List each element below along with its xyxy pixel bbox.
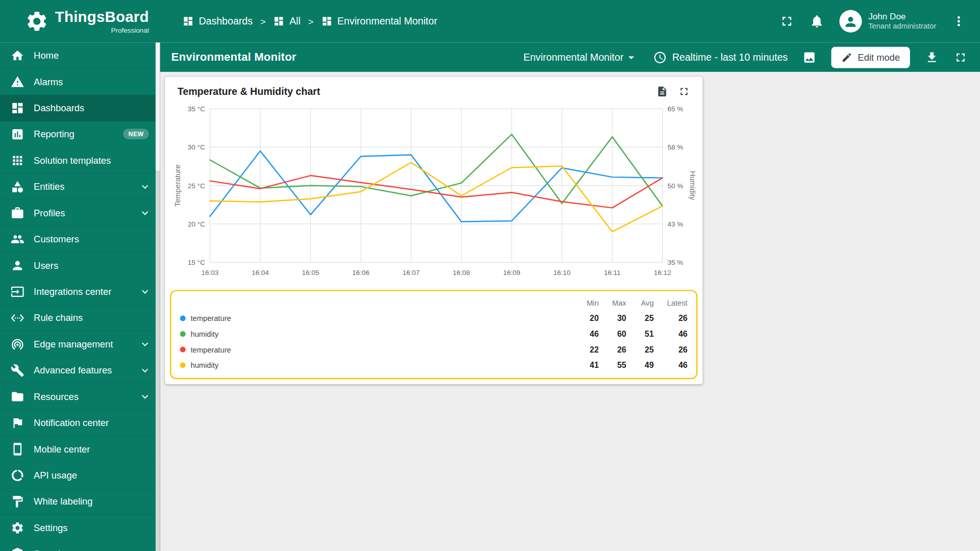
notification-icon [11, 416, 24, 430]
legend-row-humidity[interactable]: humidity41554946 [180, 357, 688, 373]
users-icon [11, 258, 24, 272]
rule-chains-icon [11, 311, 24, 324]
alarm-icon [11, 74, 24, 88]
sidebar-item-settings[interactable]: Settings [0, 515, 160, 541]
sidebar-item-entities[interactable]: Entities [0, 173, 160, 199]
dashboard-fullscreen-icon[interactable] [954, 51, 968, 64]
series-name: humidity [190, 361, 218, 369]
sidebar-item-label: Resources [34, 391, 129, 402]
sidebar-item-label: Reporting [34, 129, 114, 139]
thingsboard-logo-icon [25, 9, 49, 33]
sidebar-item-integrations-center[interactable]: Integrations center [0, 279, 160, 305]
clock-icon [653, 51, 667, 64]
svg-text:16:04: 16:04 [252, 269, 269, 277]
sidebar-item-resources[interactable]: Resources [0, 384, 160, 410]
sidebar-item-solution-templates[interactable]: Solution templates [0, 147, 160, 173]
dashboards-icon [11, 101, 24, 115]
dashboards-icon [321, 16, 332, 27]
sidebar-item-home[interactable]: Home [0, 42, 160, 68]
timewindow-button[interactable]: Realtime - last 10 minutes [653, 51, 788, 64]
app-logo[interactable]: ThingsBoard Professional [0, 9, 160, 34]
sidebar-item-users[interactable]: Users [0, 253, 160, 279]
chart-widget: Temperature & Humidity chart 35 °C65 %30… [165, 77, 702, 384]
sidebar-item-profiles[interactable]: Profiles [0, 200, 160, 226]
sidebar-item-white-labeling[interactable]: White labeling [0, 489, 160, 515]
edit-mode-button[interactable]: Edit mode [831, 46, 910, 68]
breadcrumb-item-dashboards[interactable]: Dashboards [183, 16, 253, 27]
brand-name: ThingsBoard [55, 9, 149, 24]
series-latest: 46 [654, 329, 688, 338]
series-color-dot [180, 331, 186, 337]
user-role: Tenant administrator [868, 22, 936, 31]
topbar: ThingsBoard Professional Dashboards>All>… [0, 0, 980, 42]
series-latest: 46 [654, 361, 688, 370]
widget-export-icon[interactable] [656, 86, 668, 97]
svg-text:16:12: 16:12 [654, 269, 671, 277]
breadcrumb-item-all[interactable]: All [273, 16, 301, 27]
dashboard-toolbar: Environmental Monitor Environmental Moni… [160, 42, 980, 72]
chevron-down-icon [139, 338, 151, 350]
legend-row-temperature[interactable]: temperature20302526 [180, 311, 688, 327]
legend-row-temperature[interactable]: temperature22262526 [180, 342, 688, 358]
widget-title: Temperature & Humidity chart [178, 86, 320, 97]
sidebar-item-advanced-features[interactable]: Advanced features [0, 357, 160, 383]
dashboards-icon [273, 16, 284, 27]
svg-text:25 °C: 25 °C [188, 182, 205, 190]
sidebar-item-label: Customers [34, 234, 154, 244]
kebab-menu-icon[interactable] [951, 14, 966, 29]
legend-column-latest: Latest [654, 298, 688, 307]
legend-column-max: Max [599, 298, 626, 307]
legend-row-humidity[interactable]: humidity46605146 [180, 326, 688, 342]
widget-fullscreen-icon[interactable] [678, 86, 690, 97]
sidebar-item-dashboards[interactable]: Dashboards [0, 95, 160, 121]
fullscreen-icon[interactable] [779, 14, 794, 29]
sidebar-item-notification-center[interactable]: Notification center [0, 410, 160, 436]
series-color-dot [180, 347, 186, 353]
scrollbar-thumb[interactable] [156, 42, 160, 170]
sidebar-item-label: Advanced features [34, 365, 129, 375]
breadcrumb-item-environmental-monitor[interactable]: Environmental Monitor [321, 16, 437, 27]
sidebar-item-label: Dashboards [34, 103, 154, 113]
sidebar-scrollbar[interactable] [156, 42, 160, 551]
svg-text:16:11: 16:11 [604, 269, 621, 277]
customers-icon [11, 232, 24, 246]
dashboard-content: Temperature & Humidity chart 35 °C65 %30… [160, 72, 980, 551]
notifications-bell-icon[interactable] [810, 14, 824, 29]
sidebar-item-rule-chains[interactable]: Rule chains [0, 305, 160, 331]
state-select-label: Environmental Monitor [523, 52, 623, 63]
dashboard-state-select[interactable]: Environmental Monitor [523, 51, 638, 64]
edit-mode-label: Edit mode [858, 52, 900, 63]
sidebar-item-label: White labeling [34, 496, 154, 507]
svg-text:16:09: 16:09 [503, 269, 521, 277]
svg-text:16:05: 16:05 [302, 269, 320, 277]
series-color-dot [180, 315, 186, 321]
sidebar-item-label: Users [34, 260, 154, 270]
series-min: 46 [571, 329, 599, 338]
image-icon[interactable] [803, 51, 817, 64]
user-menu[interactable]: John Doe Tenant administrator [840, 10, 936, 33]
thingsboard-app: ThingsBoard Professional Dashboards>All>… [0, 0, 980, 551]
sidebar-item-edge-management[interactable]: Edge management [0, 331, 160, 357]
download-icon[interactable] [925, 51, 939, 64]
sidebar-item-customers[interactable]: Customers [0, 226, 160, 252]
main-area: Environmental Monitor Environmental Moni… [160, 42, 980, 551]
series-avg: 49 [626, 361, 654, 370]
sidebar-item-alarms[interactable]: Alarms [0, 69, 160, 95]
solution-templates-icon [11, 154, 24, 167]
sidebar-item-label: Notification center [34, 417, 154, 428]
legend-column-avg: Avg [626, 298, 654, 307]
sidebar-item-api-usage[interactable]: API usage [0, 462, 160, 488]
advanced-icon [11, 363, 24, 377]
entities-icon [11, 180, 24, 193]
series-name: temperature [190, 314, 231, 322]
series-latest: 26 [654, 345, 688, 354]
breadcrumb-separator: > [308, 16, 313, 27]
series-avg: 25 [626, 314, 654, 323]
sidebar-item-mobile-center[interactable]: Mobile center [0, 436, 160, 462]
series-avg: 25 [626, 345, 654, 354]
sidebar-item-security[interactable]: Security [0, 541, 160, 551]
sidebar-item-reporting[interactable]: ReportingNEW [0, 121, 160, 147]
settings-icon [11, 521, 24, 535]
series-color-dot [180, 362, 186, 368]
sidebar-menu: HomeAlarmsDashboardsReportingNEWSolution… [0, 42, 160, 551]
